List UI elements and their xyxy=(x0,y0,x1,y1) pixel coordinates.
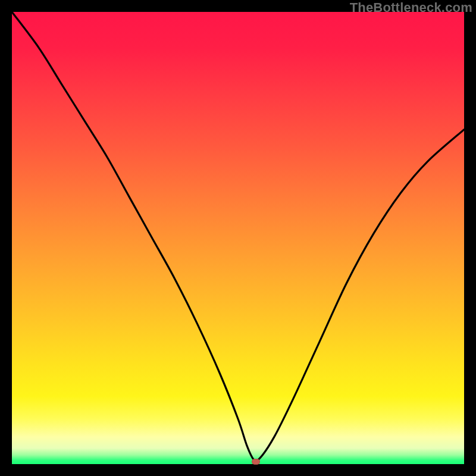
bottleneck-curve xyxy=(12,12,464,464)
optimal-point-marker xyxy=(252,459,260,465)
chart-frame: TheBottleneck.com xyxy=(0,0,476,476)
plot-area xyxy=(12,12,464,464)
